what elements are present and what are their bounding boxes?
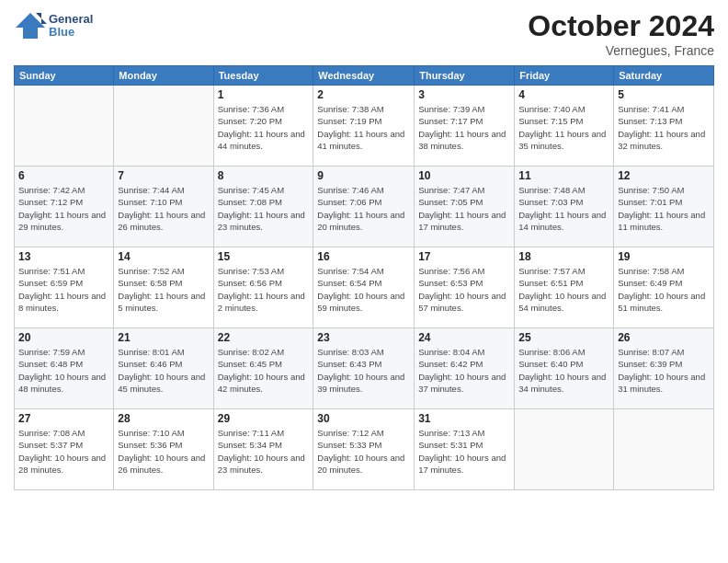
calendar-cell: 14Sunrise: 7:52 AMSunset: 6:58 PMDayligh… bbox=[114, 247, 213, 328]
day-info: Sunrise: 8:04 AMSunset: 6:42 PMDaylight:… bbox=[418, 346, 510, 395]
day-info: Sunrise: 7:45 AMSunset: 7:08 PMDaylight:… bbox=[218, 184, 310, 233]
calendar-cell bbox=[15, 86, 114, 167]
day-number: 11 bbox=[518, 169, 609, 182]
calendar-cell: 15Sunrise: 7:53 AMSunset: 6:56 PMDayligh… bbox=[213, 247, 313, 328]
calendar-cell: 11Sunrise: 7:48 AMSunset: 7:03 PMDayligh… bbox=[515, 167, 614, 247]
day-number: 6 bbox=[18, 169, 109, 182]
calendar-cell: 31Sunrise: 7:13 AMSunset: 5:31 PMDayligh… bbox=[415, 409, 515, 490]
day-number: 27 bbox=[18, 412, 109, 425]
day-info: Sunrise: 7:54 AMSunset: 6:54 PMDaylight:… bbox=[317, 265, 410, 314]
day-number: 15 bbox=[218, 250, 310, 263]
day-number: 21 bbox=[118, 331, 209, 344]
calendar-table: Sunday Monday Tuesday Wednesday Thursday… bbox=[14, 65, 714, 490]
calendar-cell bbox=[515, 409, 614, 490]
day-number: 17 bbox=[418, 250, 510, 263]
month-title: October 2024 bbox=[528, 9, 714, 43]
calendar-header-row: Sunday Monday Tuesday Wednesday Thursday… bbox=[15, 66, 714, 86]
day-number: 26 bbox=[618, 331, 710, 344]
day-number: 22 bbox=[218, 331, 310, 344]
calendar-cell: 6Sunrise: 7:42 AMSunset: 7:12 PMDaylight… bbox=[15, 167, 114, 247]
calendar-week-row: 27Sunrise: 7:08 AMSunset: 5:37 PMDayligh… bbox=[15, 409, 714, 490]
day-number: 8 bbox=[218, 169, 310, 182]
day-info: Sunrise: 7:48 AMSunset: 7:03 PMDaylight:… bbox=[518, 184, 609, 233]
day-number: 10 bbox=[418, 169, 510, 182]
calendar-cell bbox=[614, 409, 714, 490]
day-info: Sunrise: 8:03 AMSunset: 6:43 PMDaylight:… bbox=[317, 346, 410, 395]
calendar-cell: 5Sunrise: 7:41 AMSunset: 7:13 PMDaylight… bbox=[614, 86, 714, 167]
calendar-cell: 19Sunrise: 7:58 AMSunset: 6:49 PMDayligh… bbox=[614, 247, 714, 328]
calendar-cell: 27Sunrise: 7:08 AMSunset: 5:37 PMDayligh… bbox=[15, 409, 114, 490]
day-info: Sunrise: 7:42 AMSunset: 7:12 PMDaylight:… bbox=[18, 184, 109, 233]
logo-icon bbox=[14, 9, 47, 42]
calendar-cell: 17Sunrise: 7:56 AMSunset: 6:53 PMDayligh… bbox=[415, 247, 515, 328]
calendar-week-row: 1Sunrise: 7:36 AMSunset: 7:20 PMDaylight… bbox=[15, 86, 714, 167]
header-friday: Friday bbox=[515, 66, 614, 86]
day-number: 2 bbox=[317, 88, 410, 101]
calendar-cell: 10Sunrise: 7:47 AMSunset: 7:05 PMDayligh… bbox=[415, 167, 515, 247]
day-info: Sunrise: 7:47 AMSunset: 7:05 PMDaylight:… bbox=[418, 184, 510, 233]
day-info: Sunrise: 8:07 AMSunset: 6:39 PMDaylight:… bbox=[618, 346, 710, 395]
day-number: 9 bbox=[317, 169, 410, 182]
day-info: Sunrise: 7:51 AMSunset: 6:59 PMDaylight:… bbox=[18, 265, 109, 314]
day-info: Sunrise: 7:12 AMSunset: 5:33 PMDaylight:… bbox=[317, 427, 410, 476]
header-tuesday: Tuesday bbox=[213, 66, 313, 86]
day-info: Sunrise: 7:58 AMSunset: 6:49 PMDaylight:… bbox=[618, 265, 710, 314]
day-number: 23 bbox=[317, 331, 410, 344]
day-number: 29 bbox=[218, 412, 310, 425]
day-info: Sunrise: 7:13 AMSunset: 5:31 PMDaylight:… bbox=[418, 427, 510, 476]
day-number: 31 bbox=[418, 412, 510, 425]
calendar-cell: 12Sunrise: 7:50 AMSunset: 7:01 PMDayligh… bbox=[614, 167, 714, 247]
calendar-cell: 22Sunrise: 8:02 AMSunset: 6:45 PMDayligh… bbox=[213, 328, 313, 409]
day-info: Sunrise: 7:38 AMSunset: 7:19 PMDaylight:… bbox=[317, 103, 410, 152]
day-number: 12 bbox=[618, 169, 710, 182]
day-number: 13 bbox=[18, 250, 109, 263]
day-info: Sunrise: 8:06 AMSunset: 6:40 PMDaylight:… bbox=[518, 346, 609, 395]
calendar-cell: 13Sunrise: 7:51 AMSunset: 6:59 PMDayligh… bbox=[15, 247, 114, 328]
day-number: 1 bbox=[218, 88, 310, 101]
calendar-cell: 28Sunrise: 7:10 AMSunset: 5:36 PMDayligh… bbox=[114, 409, 213, 490]
calendar-cell: 26Sunrise: 8:07 AMSunset: 6:39 PMDayligh… bbox=[614, 328, 714, 409]
day-number: 4 bbox=[518, 88, 609, 101]
header-sunday: Sunday bbox=[15, 66, 114, 86]
day-info: Sunrise: 8:02 AMSunset: 6:45 PMDaylight:… bbox=[218, 346, 310, 395]
day-number: 24 bbox=[418, 331, 510, 344]
day-number: 5 bbox=[618, 88, 710, 101]
header-wednesday: Wednesday bbox=[313, 66, 415, 86]
day-info: Sunrise: 8:01 AMSunset: 6:46 PMDaylight:… bbox=[118, 346, 209, 395]
page-container: General Blue October 2024 Vernegues, Fra… bbox=[0, 0, 728, 563]
location: Vernegues, France bbox=[528, 43, 714, 58]
calendar-cell: 2Sunrise: 7:38 AMSunset: 7:19 PMDaylight… bbox=[313, 86, 415, 167]
day-number: 7 bbox=[118, 169, 209, 182]
header-thursday: Thursday bbox=[415, 66, 515, 86]
calendar-cell: 7Sunrise: 7:44 AMSunset: 7:10 PMDaylight… bbox=[114, 167, 213, 247]
day-number: 16 bbox=[317, 250, 410, 263]
title-area: October 2024 Vernegues, France bbox=[528, 9, 714, 58]
logo-general-text: General bbox=[49, 13, 93, 26]
day-info: Sunrise: 7:46 AMSunset: 7:06 PMDaylight:… bbox=[317, 184, 410, 233]
day-number: 14 bbox=[118, 250, 209, 263]
day-number: 25 bbox=[518, 331, 609, 344]
day-info: Sunrise: 7:52 AMSunset: 6:58 PMDaylight:… bbox=[118, 265, 209, 314]
calendar-cell bbox=[114, 86, 213, 167]
day-info: Sunrise: 7:56 AMSunset: 6:53 PMDaylight:… bbox=[418, 265, 510, 314]
calendar-week-row: 20Sunrise: 7:59 AMSunset: 6:48 PMDayligh… bbox=[15, 328, 714, 409]
day-info: Sunrise: 7:39 AMSunset: 7:17 PMDaylight:… bbox=[418, 103, 510, 152]
day-info: Sunrise: 7:59 AMSunset: 6:48 PMDaylight:… bbox=[18, 346, 109, 395]
header-saturday: Saturday bbox=[614, 66, 714, 86]
logo-blue-text: Blue bbox=[49, 26, 93, 39]
day-number: 18 bbox=[518, 250, 609, 263]
calendar-cell: 20Sunrise: 7:59 AMSunset: 6:48 PMDayligh… bbox=[15, 328, 114, 409]
day-info: Sunrise: 7:41 AMSunset: 7:13 PMDaylight:… bbox=[618, 103, 710, 152]
calendar-cell: 16Sunrise: 7:54 AMSunset: 6:54 PMDayligh… bbox=[313, 247, 415, 328]
calendar-cell: 9Sunrise: 7:46 AMSunset: 7:06 PMDaylight… bbox=[313, 167, 415, 247]
header-monday: Monday bbox=[114, 66, 213, 86]
calendar-cell: 3Sunrise: 7:39 AMSunset: 7:17 PMDaylight… bbox=[415, 86, 515, 167]
calendar-cell: 18Sunrise: 7:57 AMSunset: 6:51 PMDayligh… bbox=[515, 247, 614, 328]
calendar-cell: 21Sunrise: 8:01 AMSunset: 6:46 PMDayligh… bbox=[114, 328, 213, 409]
day-number: 20 bbox=[18, 331, 109, 344]
header: General Blue October 2024 Vernegues, Fra… bbox=[14, 9, 714, 58]
calendar-cell: 29Sunrise: 7:11 AMSunset: 5:34 PMDayligh… bbox=[213, 409, 313, 490]
day-info: Sunrise: 7:10 AMSunset: 5:36 PMDaylight:… bbox=[118, 427, 209, 476]
day-number: 30 bbox=[317, 412, 410, 425]
calendar-cell: 24Sunrise: 8:04 AMSunset: 6:42 PMDayligh… bbox=[415, 328, 515, 409]
